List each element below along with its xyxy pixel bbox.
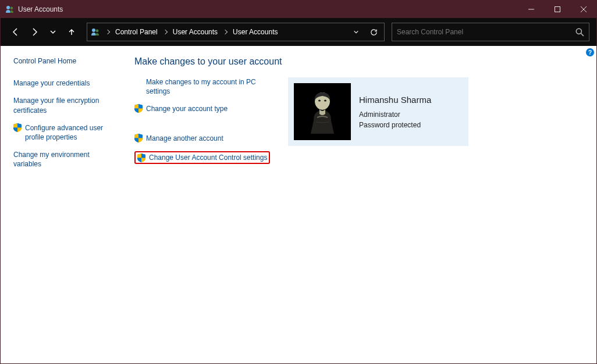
shield-icon xyxy=(134,134,143,142)
sidebar-manage-credentials[interactable]: Manage your credentials xyxy=(13,78,117,88)
search-icon[interactable] xyxy=(575,27,584,37)
breadcrumb-level1[interactable]: User Accounts xyxy=(173,28,218,36)
sidebar-env-variables[interactable]: Change my environment variables xyxy=(13,150,117,169)
account-info: Himanshu Sharma Administrator Password p… xyxy=(359,83,431,140)
back-button[interactable] xyxy=(8,23,24,41)
toolbar: Control Panel User Accounts User Account… xyxy=(1,18,596,46)
breadcrumb-level2[interactable]: User Accounts xyxy=(233,28,278,36)
search-box[interactable] xyxy=(392,23,589,41)
window-title: User Accounts xyxy=(18,5,63,13)
minimize-button[interactable] xyxy=(518,1,544,18)
sidebar-advanced-profile[interactable]: Configure advanced user profile properti… xyxy=(25,123,117,142)
search-input[interactable] xyxy=(397,28,575,36)
link-change-account-type[interactable]: Change your account type xyxy=(146,104,228,113)
svg-point-5 xyxy=(318,100,321,102)
titlebar: User Accounts xyxy=(1,1,596,18)
account-password-status: Password protected xyxy=(359,121,431,129)
address-bar[interactable]: Control Panel User Accounts User Account… xyxy=(87,23,385,41)
account-role: Administrator xyxy=(359,110,431,119)
recent-locations-button[interactable] xyxy=(45,23,61,41)
shield-icon xyxy=(134,104,143,112)
app-icon xyxy=(5,5,15,14)
svg-point-6 xyxy=(324,100,326,102)
account-card: Himanshu Sharma Administrator Password p… xyxy=(288,77,468,146)
user-accounts-window: User Accounts Control Pa xyxy=(0,0,597,364)
shield-icon xyxy=(137,154,145,162)
svg-point-3 xyxy=(576,28,581,34)
content-area: ? Control Panel Home Manage your credent… xyxy=(1,46,596,363)
chevron-right-icon xyxy=(105,30,110,34)
maximize-button[interactable] xyxy=(544,1,570,18)
page-heading: Make changes to your user account xyxy=(134,56,585,67)
highlighted-uac-link: Change User Account Control settings xyxy=(134,151,270,164)
address-icon xyxy=(91,27,100,37)
sidebar-file-encryption[interactable]: Manage your file encryption certificates xyxy=(13,96,117,115)
refresh-button[interactable] xyxy=(367,25,381,39)
control-panel-home-link[interactable]: Control Panel Home xyxy=(13,56,117,66)
link-manage-another-account[interactable]: Manage another account xyxy=(146,134,223,143)
link-pc-settings[interactable]: Make changes to my account in PC setting… xyxy=(134,77,274,96)
sidebar: Control Panel Home Manage your credentia… xyxy=(1,46,123,363)
avatar xyxy=(294,83,351,140)
main-panel: Make changes to your user account Make c… xyxy=(123,46,596,363)
breadcrumb-root[interactable]: Control Panel xyxy=(115,28,158,36)
forward-button[interactable] xyxy=(26,23,42,41)
close-button[interactable] xyxy=(570,1,596,18)
up-button[interactable] xyxy=(63,23,80,41)
account-actions: Make changes to my account in PC setting… xyxy=(134,77,274,164)
chevron-right-icon xyxy=(162,30,167,34)
chevron-right-icon xyxy=(223,30,228,34)
svg-rect-2 xyxy=(555,7,560,12)
link-change-uac-settings[interactable]: Change User Account Control settings xyxy=(149,153,267,162)
address-dropdown-button[interactable] xyxy=(349,25,363,39)
shield-icon xyxy=(13,123,22,131)
account-name: Himanshu Sharma xyxy=(359,95,431,105)
